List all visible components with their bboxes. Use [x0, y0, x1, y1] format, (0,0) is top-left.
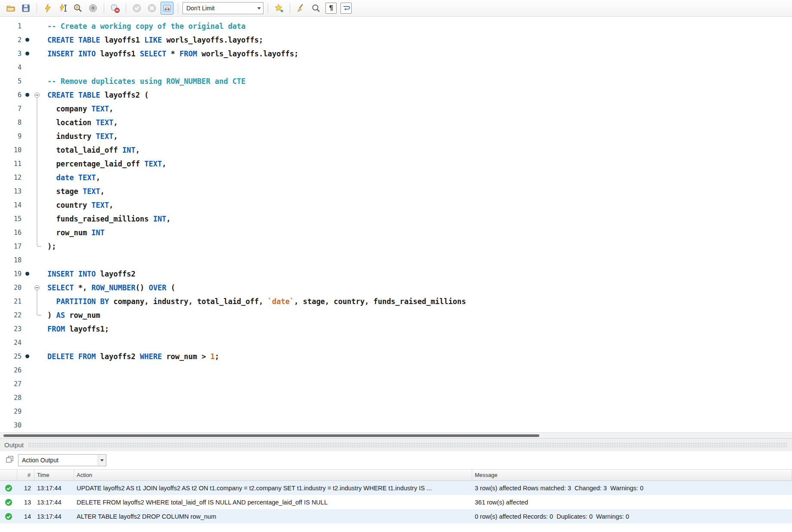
- output-row-time: 13:17:44: [34, 499, 74, 506]
- statement-marker-slot: [22, 405, 33, 418]
- line-number: 23: [0, 322, 22, 336]
- find-button[interactable]: [309, 2, 322, 15]
- output-row-time: 13:17:44: [34, 485, 74, 492]
- scrollbar-thumb[interactable]: [3, 434, 539, 437]
- code-line-12[interactable]: 12 date TEXT,: [0, 171, 792, 185]
- code-line-8[interactable]: 8 location TEXT,: [0, 116, 792, 129]
- statement-marker-slot: [22, 253, 33, 267]
- code-text: [41, 253, 47, 267]
- code-line-5[interactable]: 5-- Remove duplicates using ROW_NUMBER a…: [0, 74, 792, 88]
- code-line-21[interactable]: 21 PARTITION BY company, industry, total…: [0, 295, 792, 308]
- fold-toggle-icon[interactable]: [33, 88, 41, 102]
- code-line-14[interactable]: 14 country TEXT,: [0, 198, 792, 212]
- output-row-12[interactable]: 1213:17:44UPDATE layoffs2 AS t1 JOIN lay…: [0, 481, 792, 495]
- invisibles-button[interactable]: ¶: [325, 2, 337, 15]
- dropdown-arrow-icon: [255, 3, 263, 13]
- code-line-24[interactable]: 24: [0, 336, 792, 350]
- save-snippet-button[interactable]: [272, 2, 285, 15]
- code-text: [41, 336, 47, 350]
- code-text: row_num INT: [41, 226, 105, 240]
- code-line-28[interactable]: 28: [0, 391, 792, 405]
- code-line-15[interactable]: 15 funds_raised_millions INT,: [0, 212, 792, 226]
- code-line-29[interactable]: 29: [0, 405, 792, 418]
- limit-rows-dropdown[interactable]: Don't Limit: [183, 2, 263, 14]
- code-line-25[interactable]: 25DELETE FROM layoffs2 WHERE row_num > 1…: [0, 350, 792, 363]
- execute-button[interactable]: [41, 2, 54, 15]
- header-message: Message: [472, 470, 792, 480]
- code-line-23[interactable]: 23FROM layoffs1;: [0, 322, 792, 336]
- executed-statement-marker-icon: [22, 47, 33, 61]
- beautify-button[interactable]: [294, 2, 307, 15]
- line-number: 8: [0, 116, 22, 129]
- execute-icon: [43, 3, 53, 13]
- stop-execution-icon: [88, 3, 98, 13]
- header-action: Action: [74, 470, 472, 480]
- line-number: 3: [0, 47, 22, 61]
- output-row-index: 12: [17, 485, 34, 492]
- save-script-button[interactable]: [19, 2, 32, 15]
- output-row-14[interactable]: 1413:17:44ALTER TABLE layoffs2 DROP COLU…: [0, 509, 792, 523]
- code-line-10[interactable]: 10 total_laid_off INT,: [0, 143, 792, 157]
- code-line-2[interactable]: 2CREATE TABLE layoffs1 LIKE worls_layoff…: [0, 33, 792, 47]
- code-line-1[interactable]: 1-- Create a working copy of the origina…: [0, 19, 792, 33]
- code-line-3[interactable]: 3INSERT INTO layoffs1 SELECT * FROM worl…: [0, 47, 792, 61]
- wrap-text-button[interactable]: [340, 2, 353, 15]
- fold-guide: [33, 212, 41, 226]
- code-line-11[interactable]: 11 percentage_laid_off TEXT,: [0, 157, 792, 171]
- line-number: 14: [0, 198, 22, 212]
- code-line-7[interactable]: 7 company TEXT,: [0, 102, 792, 116]
- line-number: 1: [0, 19, 22, 33]
- toolbar-separator: [268, 3, 268, 13]
- statement-marker-slot: [22, 198, 33, 212]
- executed-statement-marker-icon: [22, 88, 33, 102]
- output-panel: Output Action Output # Time Action Messa…: [0, 438, 792, 523]
- toggle-autocommit-button[interactable]: [161, 2, 173, 15]
- rollback-button[interactable]: [145, 2, 158, 15]
- fold-guide: [33, 418, 41, 432]
- code-line-4[interactable]: 4: [0, 61, 792, 74]
- stop-execution-button[interactable]: [87, 2, 99, 15]
- commit-button[interactable]: [130, 2, 143, 15]
- execute-current-statement-button[interactable]: [56, 2, 69, 15]
- output-row-13[interactable]: 1313:17:44DELETE FROM layoffs2 WHERE tot…: [0, 495, 792, 509]
- line-number: 27: [0, 377, 22, 391]
- output-type-button[interactable]: [5, 455, 14, 465]
- toolbar-separator: [290, 3, 290, 13]
- code-text: company TEXT,: [41, 102, 114, 116]
- code-text: -- Create a working copy of the original…: [41, 19, 246, 33]
- open-script-button[interactable]: [4, 2, 17, 15]
- code-text: total_laid_off INT,: [41, 143, 140, 157]
- stop-on-error-button[interactable]: [108, 2, 121, 15]
- output-rows: 1213:17:44UPDATE layoffs2 AS t1 JOIN lay…: [0, 481, 792, 523]
- line-number: 17: [0, 240, 22, 253]
- code-line-30[interactable]: 30: [0, 418, 792, 432]
- explain-plan-button[interactable]: [71, 2, 84, 15]
- sql-editor[interactable]: 1-- Create a working copy of the origina…: [0, 17, 792, 432]
- code-line-19[interactable]: 19INSERT INTO layoffs2: [0, 267, 792, 281]
- fold-guide: [33, 377, 41, 391]
- code-line-6[interactable]: 6CREATE TABLE layoffs2 (: [0, 88, 792, 102]
- code-line-26[interactable]: 26: [0, 363, 792, 377]
- fold-toggle-icon[interactable]: [33, 281, 41, 295]
- statement-marker-slot: [22, 157, 33, 171]
- output-view-dropdown[interactable]: Action Output: [18, 454, 106, 466]
- fold-guide: [33, 61, 41, 74]
- output-row-index: 14: [17, 513, 34, 520]
- fold-guide: [33, 391, 41, 405]
- editor-horizontal-scrollbar[interactable]: [0, 432, 792, 438]
- line-number: 24: [0, 336, 22, 350]
- code-line-18[interactable]: 18: [0, 253, 792, 267]
- code-line-22[interactable]: 22) AS row_num: [0, 308, 792, 322]
- code-line-9[interactable]: 9 industry TEXT,: [0, 129, 792, 143]
- titlebar-grip-pattern: [28, 443, 788, 448]
- fold-guide: [33, 322, 41, 336]
- stacked-windows-icon: [5, 455, 14, 464]
- code-line-27[interactable]: 27: [0, 377, 792, 391]
- code-line-13[interactable]: 13 stage TEXT,: [0, 185, 792, 198]
- fold-guide: [33, 143, 41, 157]
- toolbar-separator: [126, 3, 126, 13]
- code-line-20[interactable]: 20SELECT *, ROW_NUMBER() OVER (: [0, 281, 792, 295]
- code-line-17[interactable]: 17);: [0, 240, 792, 253]
- code-line-16[interactable]: 16 row_num INT: [0, 226, 792, 240]
- code-text: INSERT INTO layoffs1 SELECT * FROM worls…: [41, 47, 298, 61]
